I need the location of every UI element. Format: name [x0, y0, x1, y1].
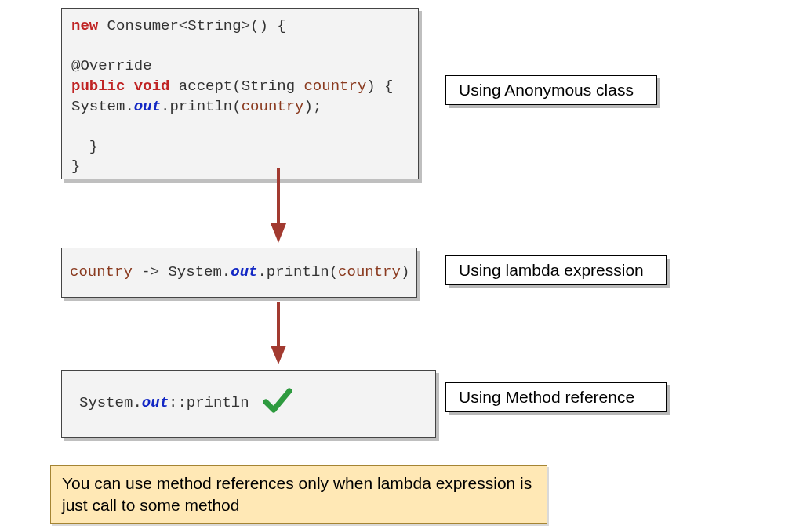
svg-marker-1 — [271, 223, 286, 243]
arrow-down-icon — [271, 168, 286, 243]
svg-marker-3 — [271, 346, 286, 364]
lambda-print: .println( — [257, 263, 338, 280]
txt-consumer: Consumer<String>() { — [98, 17, 285, 34]
out3: out — [142, 394, 169, 411]
kw-public: public — [71, 78, 125, 95]
diagram-canvas: new Consumer<String>() { @Override publi… — [0, 0, 803, 532]
label-methodref: Using Method reference — [445, 382, 667, 412]
note-callout: You can use method references only when … — [50, 465, 547, 524]
code-box-methodref: System.out::println — [61, 370, 436, 438]
brace-inner: } — [71, 138, 98, 155]
check-icon — [263, 388, 292, 420]
lambda-arrow: -> System. — [133, 263, 231, 280]
close-call1: ); — [304, 98, 322, 115]
label-lambda: Using lambda expression — [445, 255, 667, 285]
code-box-lambda: country -> System.out.println(country) — [61, 248, 417, 298]
brace-outer: } — [71, 157, 80, 175]
accept-close: ) { — [366, 78, 393, 95]
out1: out — [134, 98, 161, 115]
dcolon: ::println — [169, 394, 249, 411]
arg-country1: country — [242, 98, 304, 115]
sys1: System. — [71, 98, 134, 115]
lambda-country2: country — [338, 263, 401, 280]
arrow-down-icon — [271, 302, 286, 364]
code-box-anonymous: new Consumer<String>() { @Override publi… — [61, 8, 419, 179]
label-anonymous: Using Anonymous class — [445, 75, 657, 105]
out2: out — [231, 263, 257, 280]
accept-open: accept(String — [169, 78, 303, 95]
param-country: country — [303, 78, 366, 95]
kw-new: new — [71, 17, 98, 34]
lambda-close: ) — [401, 263, 409, 280]
lambda-country: country — [70, 263, 133, 280]
anno-override: @Override — [71, 57, 152, 74]
sys3: System. — [79, 394, 142, 411]
println1: .println( — [161, 98, 242, 115]
kw-void: void — [134, 78, 170, 95]
